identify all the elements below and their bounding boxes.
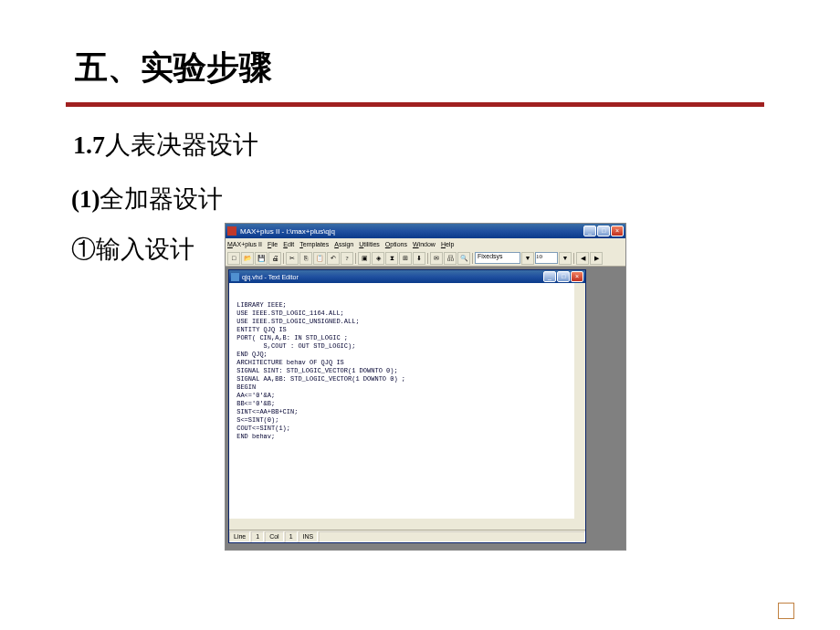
font-dropdown-icon[interactable]: ▼ <box>521 252 534 265</box>
window-controls: _ □ × <box>583 226 624 236</box>
close-button[interactable]: × <box>611 226 624 236</box>
vertical-scrollbar[interactable] <box>574 283 585 530</box>
status-line-value: 1 <box>251 531 264 542</box>
menu-maxplusii[interactable]: MAX+plus II <box>227 241 262 247</box>
code-line: S<=SINT(0); <box>233 416 582 425</box>
menu-options[interactable]: Options <box>385 241 407 247</box>
open-icon[interactable]: 📂 <box>241 252 254 265</box>
compile-icon[interactable]: ▣ <box>358 252 371 265</box>
code-line: COUT<=SINT(1); <box>233 425 582 433</box>
status-spacer <box>319 531 585 542</box>
status-ins: INS <box>299 531 319 542</box>
indent-right-icon[interactable]: ▶ <box>590 252 603 265</box>
size-dropdown-icon[interactable]: ▼ <box>559 252 572 265</box>
editor-controls: _ □ × <box>543 271 583 282</box>
editor-maximize-button[interactable]: □ <box>557 271 570 282</box>
code-editor[interactable]: LIBRARY IEEE; USE IEEE.STD_LOGIC_1164.AL… <box>229 283 585 530</box>
status-col-value: 1 <box>285 531 298 542</box>
code-line: USE IEEE.STD_LOGIC_1164.ALL; <box>233 310 582 318</box>
sim-icon[interactable]: ◈ <box>372 252 384 265</box>
mdi-area: qjq.vhd - Text Editor _ □ × LIBRARY IEEE… <box>226 267 625 550</box>
slide-title: 五、实验步骤 <box>75 46 272 90</box>
code-line: ARCHITECTURE behav OF QJQ IS <box>233 359 582 367</box>
heading-2-text: 全加器设计 <box>100 185 223 213</box>
code-line: END QJQ; <box>233 351 582 359</box>
font-select[interactable]: Fixedsys <box>475 252 520 264</box>
code-line: SINT<=AA+BB+CIN; <box>233 408 582 416</box>
toolbar-separator <box>472 253 473 264</box>
prog-icon[interactable]: ⬇ <box>413 252 425 265</box>
undo-icon[interactable]: ↶ <box>327 252 340 265</box>
msg-icon[interactable]: ✉ <box>430 252 443 265</box>
code-line: ENTITY QJQ IS <box>233 326 582 334</box>
menu-assign[interactable]: Assign <box>334 241 353 247</box>
menu-help[interactable]: Help <box>441 241 454 247</box>
heading-1-num: 1.7 <box>73 131 105 159</box>
maximize-button[interactable]: □ <box>597 226 610 236</box>
menu-edit[interactable]: Edit <box>283 241 294 247</box>
status-col-label: Col <box>265 531 284 542</box>
font-size-select[interactable]: 10 <box>535 252 558 264</box>
code-line: USE IEEE.STD_LOGIC_UNSIGNED.ALL; <box>233 318 582 326</box>
new-icon[interactable]: □ <box>227 252 240 265</box>
menu-file[interactable]: File <box>268 241 278 247</box>
toolbar-separator <box>573 253 574 264</box>
search-icon[interactable]: 🔍 <box>457 252 470 265</box>
heading-3: ①输入设计 <box>71 233 194 266</box>
toolbar: □📂💾🖨✂⎘📋↶?▣◈⧗⊞⬇✉品🔍Fixedsys ▼ 10 ▼ ◀ ▶ <box>226 250 625 267</box>
horizontal-scrollbar[interactable] <box>229 519 574 530</box>
title-underline <box>66 102 764 107</box>
code-line: AA<='0'&A; <box>233 392 582 400</box>
indent-left-icon[interactable]: ◀ <box>576 252 589 265</box>
toolbar-separator <box>355 253 356 264</box>
editor-titlebar[interactable]: qjq.vhd - Text Editor _ □ × <box>229 270 585 283</box>
app-icon <box>227 226 236 236</box>
code-line: PORT( CIN,A,B: IN STD_LOGIC ; <box>233 334 582 342</box>
app-screenshot: MAX+plus II - i:\max+plus\qjq _ □ × MAX+… <box>225 223 626 551</box>
help-icon[interactable]: ? <box>341 252 353 265</box>
app-title: MAX+plus II - i:\max+plus\qjq <box>240 227 583 236</box>
editor-statusbar: Line 1 Col 1 INS <box>229 530 585 542</box>
status-line-label: Line <box>229 531 250 542</box>
toolbar-separator <box>427 253 428 264</box>
editor-minimize-button[interactable]: _ <box>543 271 556 282</box>
code-line: BEGIN <box>233 383 582 392</box>
timing-icon[interactable]: ⧗ <box>385 252 398 265</box>
menu-utilities[interactable]: Utilities <box>359 241 380 247</box>
print-icon[interactable]: 🖨 <box>268 252 281 265</box>
code-line: LIBRARY IEEE; <box>233 301 582 310</box>
editor-window: qjq.vhd - Text Editor _ □ × LIBRARY IEEE… <box>228 269 586 543</box>
heading-1-text: 人表决器设计 <box>105 131 258 159</box>
menu-templates[interactable]: Templates <box>299 241 329 247</box>
floorplan-icon[interactable]: ⊞ <box>399 252 412 265</box>
menu-window[interactable]: Window <box>413 241 436 247</box>
editor-title: qjq.vhd - Text Editor <box>242 274 543 280</box>
toolbar-separator <box>283 253 284 264</box>
menubar: MAX+plus IIFileEditTemplatesAssignUtilit… <box>226 238 625 250</box>
slide-nav-button[interactable] <box>778 603 794 619</box>
heading-1: 1.7人表决器设计 <box>73 128 258 163</box>
code-line: BB<='0'&B; <box>233 400 582 408</box>
code-line: S,COUT : OUT STD_LOGIC); <box>233 342 582 351</box>
copy-icon[interactable]: ⎘ <box>299 252 312 265</box>
minimize-button[interactable]: _ <box>583 226 596 236</box>
save-icon[interactable]: 💾 <box>255 252 268 265</box>
heading-2: (1)全加器设计 <box>71 183 223 215</box>
code-line: SIGNAL SINT: STD_LOGIC_VECTOR(1 DOWNTO 0… <box>233 367 582 375</box>
hierarchy-icon[interactable]: 品 <box>444 252 457 265</box>
code-line: SIGNAL AA,BB: STD_LOGIC_VECTOR(1 DOWNTO … <box>233 375 582 383</box>
editor-close-button[interactable]: × <box>571 271 583 282</box>
app-titlebar[interactable]: MAX+plus II - i:\max+plus\qjq _ □ × <box>226 224 625 238</box>
cut-icon[interactable]: ✂ <box>286 252 299 265</box>
editor-doc-icon <box>231 273 239 281</box>
heading-2-num: (1) <box>71 185 100 213</box>
code-line: END behav; <box>233 433 582 441</box>
paste-icon[interactable]: 📋 <box>313 252 326 265</box>
